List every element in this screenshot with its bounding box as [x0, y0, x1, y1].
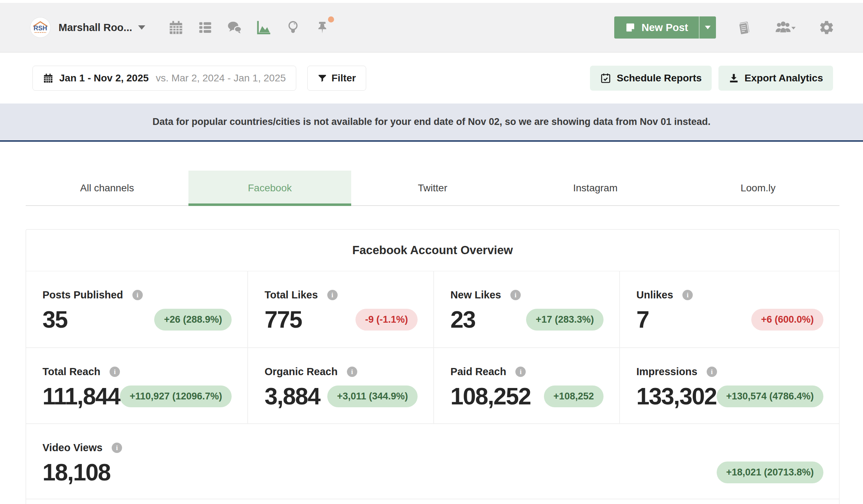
metric-label: Video Views: [42, 442, 102, 454]
metric-value: 775: [264, 306, 302, 333]
collaborators-icon[interactable]: [773, 20, 796, 35]
calendar-check-icon: [600, 72, 611, 84]
metrics-grid: Posts Published i 35 +26 (288.9%) Total …: [26, 271, 839, 499]
metric-label: Impressions: [636, 366, 697, 378]
channel-tabs: All channels Facebook Twitter Instagram …: [26, 171, 839, 206]
metric-delta-badge: +110,927 (12096.7%): [120, 385, 232, 407]
primary-nav: [168, 19, 330, 36]
metric-label: Organic Reach: [264, 366, 338, 378]
account-avatar: RSH: [30, 17, 51, 38]
date-range-button[interactable]: Jan 1 - Nov 2, 2025 vs. Mar 2, 2024 - Ja…: [32, 66, 296, 91]
funnel-icon: [318, 74, 327, 83]
metric-posts-published: Posts Published i 35 +26 (288.9%): [26, 271, 247, 347]
schedule-reports-label: Schedule Reports: [617, 72, 702, 84]
comments-icon[interactable]: [226, 19, 243, 36]
date-compare-value: vs. Mar 2, 2024 - Jan 1, 2025: [156, 72, 286, 84]
metric-value: 7: [636, 306, 649, 333]
metric-delta-badge: +17 (283.3%): [526, 309, 604, 331]
account-selector[interactable]: RSH Marshall Roo...: [30, 17, 146, 38]
export-analytics-label: Export Analytics: [745, 72, 823, 84]
card-title: Facebook Account Overview: [26, 230, 839, 271]
svg-text:RSH: RSH: [34, 25, 47, 32]
metric-value: 108,252: [450, 383, 531, 410]
tab-instagram[interactable]: Instagram: [514, 171, 677, 205]
metric-label: Total Likes: [264, 289, 318, 301]
pins-icon[interactable]: [314, 19, 330, 36]
info-icon[interactable]: i: [112, 443, 122, 453]
metric-delta-badge: +6 (600.0%): [751, 309, 823, 331]
filter-label: Filter: [332, 72, 356, 84]
metric-unlikes: Unlikes i 7 +6 (600.0%): [619, 271, 839, 347]
calendar-icon: [43, 73, 54, 84]
new-post-dropdown-button[interactable]: [699, 16, 716, 39]
metric-video-views: Video Views i 18,108 +18,021 (20713.8%): [26, 423, 839, 499]
account-name: Marshall Roo...: [59, 22, 132, 34]
metric-total-reach: Total Reach i 111,844 +110,927 (12096.7%…: [26, 347, 247, 423]
metric-delta-badge: +108,252: [544, 385, 604, 407]
metric-total-likes: Total Likes i 775 -9 (-1.1%): [247, 271, 433, 347]
info-icon[interactable]: i: [515, 367, 526, 377]
new-post-label: New Post: [641, 22, 688, 34]
metric-new-likes: New Likes i 23 +17 (283.3%): [433, 271, 619, 347]
metric-label: Paid Reach: [450, 366, 506, 378]
info-icon[interactable]: i: [707, 367, 717, 377]
pins-notification-dot: [328, 16, 334, 22]
metric-value: 111,844: [42, 383, 120, 410]
filter-row: Jan 1 - Nov 2, 2025 vs. Mar 2, 2024 - Ja…: [0, 53, 863, 104]
info-icon[interactable]: i: [110, 367, 120, 377]
metric-value: 23: [450, 306, 475, 333]
library-icon[interactable]: [737, 19, 752, 36]
notice-banner: Data for popular countries/cities is not…: [0, 104, 863, 142]
info-icon[interactable]: i: [132, 290, 143, 300]
account-caret-icon: [138, 25, 146, 30]
info-icon[interactable]: i: [347, 367, 357, 377]
new-post-split-button: New Post: [614, 16, 716, 39]
metric-value: 18,108: [42, 459, 110, 486]
metric-impressions: Impressions i 133,302 +130,574 (4786.4%): [619, 347, 839, 423]
info-icon[interactable]: i: [682, 290, 693, 300]
export-analytics-button[interactable]: Export Analytics: [718, 66, 833, 91]
metric-organic-reach: Organic Reach i 3,884 +3,011 (344.9%): [247, 347, 433, 423]
metric-value: 35: [42, 306, 67, 333]
filter-button[interactable]: Filter: [307, 66, 366, 91]
info-icon[interactable]: i: [510, 290, 521, 300]
download-icon: [728, 73, 739, 84]
metric-delta-badge: +3,011 (344.9%): [327, 385, 418, 407]
new-post-icon: [625, 22, 636, 33]
tab-loomly[interactable]: Loom.ly: [677, 171, 839, 205]
metric-label: Posts Published: [42, 289, 123, 301]
info-icon[interactable]: i: [327, 290, 338, 300]
metric-delta-badge: +26 (288.9%): [154, 309, 232, 331]
date-range-value: Jan 1 - Nov 2, 2025: [59, 72, 149, 84]
new-post-button[interactable]: New Post: [614, 16, 699, 39]
metric-value: 3,884: [264, 383, 320, 410]
calendar-icon[interactable]: [168, 19, 184, 36]
metric-label: Total Reach: [42, 366, 100, 378]
analytics-icon[interactable]: [256, 19, 272, 36]
metric-delta-badge: -9 (-1.1%): [355, 309, 418, 331]
metric-paid-reach: Paid Reach i 108,252 +108,252: [433, 347, 619, 423]
ideas-icon[interactable]: [285, 19, 301, 36]
notice-message: Data for popular countries/cities is not…: [152, 116, 710, 127]
tab-twitter[interactable]: Twitter: [351, 171, 514, 205]
top-bar: RSH Marshall Roo...: [0, 3, 863, 52]
tab-facebook[interactable]: Facebook: [188, 171, 351, 205]
tab-all-channels[interactable]: All channels: [26, 171, 188, 205]
schedule-reports-button[interactable]: Schedule Reports: [590, 66, 712, 91]
metric-label: Unlikes: [636, 289, 673, 301]
facebook-account-overview-card: Facebook Account Overview Posts Publishe…: [26, 229, 839, 504]
metric-label: New Likes: [450, 289, 501, 301]
settings-gear-icon[interactable]: [819, 20, 834, 35]
metric-delta-badge: +18,021 (20713.8%): [717, 462, 823, 483]
list-view-icon[interactable]: [197, 19, 213, 36]
metric-value: 133,302: [636, 383, 717, 410]
metric-delta-badge: +130,574 (4786.4%): [717, 385, 823, 407]
